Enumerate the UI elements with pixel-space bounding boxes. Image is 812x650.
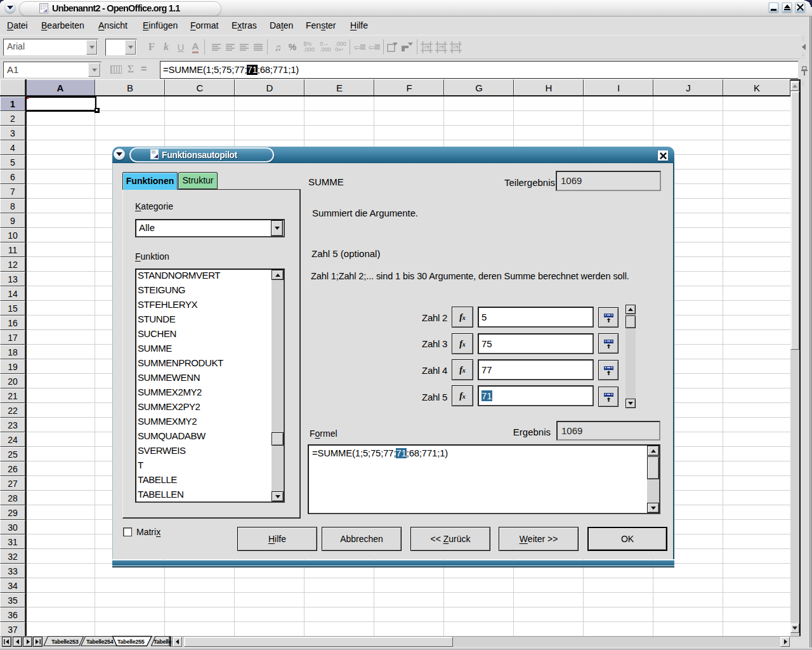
svg-text:Tabelle253: Tabelle253 [51, 639, 79, 645]
svg-text:Tabelle254: Tabelle254 [86, 639, 114, 645]
svg-text:Tabelle255: Tabelle255 [117, 639, 145, 645]
svg-text:Tabelle: Tabelle [154, 639, 172, 645]
